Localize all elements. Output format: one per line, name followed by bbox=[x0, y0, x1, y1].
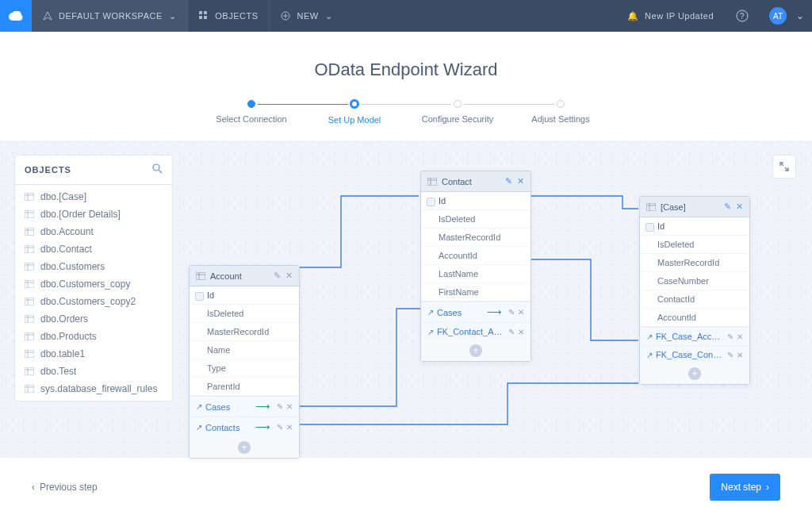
object-item[interactable]: dbo.Products bbox=[15, 328, 172, 345]
help-button[interactable]: ? bbox=[725, 0, 760, 32]
workspace-selector[interactable]: DEFAULT WORKSPACE ⌄ bbox=[32, 0, 187, 32]
entity-field[interactable]: FirstName bbox=[421, 283, 530, 302]
nav-objects[interactable]: OBJECTS bbox=[188, 0, 269, 32]
object-item[interactable]: dbo.Orders bbox=[15, 310, 172, 328]
chevron-down-icon[interactable]: ⌄ bbox=[796, 10, 804, 21]
step-select-connection[interactable]: Select Connection bbox=[200, 100, 303, 125]
step-adjust-settings[interactable]: Adjust Settings bbox=[509, 100, 612, 125]
entity-relation[interactable]: ↗Contacts⟶✎✕ bbox=[190, 417, 299, 437]
close-icon[interactable]: ✕ bbox=[736, 202, 743, 212]
entity-header[interactable]: Account ✎ ✕ bbox=[190, 266, 299, 286]
page-title: OData Endpoint Wizard bbox=[0, 60, 812, 80]
entity-field[interactable]: MasterRecordId bbox=[190, 323, 299, 341]
entity-relation[interactable]: ↗FK_Case_Contac...✎✕ bbox=[640, 345, 749, 363]
notification[interactable]: 🔔 New IP Updated bbox=[616, 0, 725, 32]
close-icon[interactable]: ✕ bbox=[286, 402, 293, 411]
step-set-up-model[interactable]: Set Up Model bbox=[303, 100, 406, 125]
entity-relation[interactable]: ↗FK_Case_Accoun...✎✕ bbox=[640, 327, 749, 345]
close-icon[interactable]: ✕ bbox=[737, 332, 743, 341]
entity-field[interactable]: Type bbox=[190, 359, 299, 378]
close-icon[interactable]: ✕ bbox=[286, 423, 293, 432]
brand-logo[interactable] bbox=[0, 0, 32, 32]
svg-rect-15 bbox=[25, 315, 34, 323]
entity-relation[interactable]: ↗FK_Contact_Acc...✎✕ bbox=[421, 322, 530, 340]
previous-step-link[interactable]: ‹ Previous step bbox=[32, 482, 98, 493]
entity-field[interactable]: ParentId bbox=[190, 378, 299, 396]
entity-field[interactable]: AccountId bbox=[640, 309, 749, 327]
object-item[interactable]: dbo.Test bbox=[15, 363, 172, 380]
svg-rect-14 bbox=[25, 298, 34, 305]
entity-field[interactable]: IsDeleted bbox=[421, 210, 530, 229]
plus-icon: + bbox=[469, 344, 482, 357]
entity-case[interactable]: [Case] ✎ ✕ IdIsDeletedMasterRecordIdCase… bbox=[639, 196, 750, 385]
object-label: sys.database_firewall_rules bbox=[40, 383, 157, 394]
add-relation[interactable]: + bbox=[421, 340, 530, 361]
close-icon[interactable]: ✕ bbox=[518, 328, 524, 336]
entity-field[interactable]: Id bbox=[640, 217, 749, 236]
object-item[interactable]: dbo.Customers_copy bbox=[15, 275, 172, 293]
add-relation[interactable]: + bbox=[190, 437, 299, 458]
object-item[interactable]: dbo.[Order Details] bbox=[15, 205, 172, 223]
expand-button[interactable] bbox=[772, 155, 796, 179]
add-relation[interactable]: + bbox=[640, 363, 749, 384]
edit-icon[interactable]: ✎ bbox=[277, 423, 283, 432]
entity-relation[interactable]: ↗Cases⟶✎✕ bbox=[421, 302, 530, 322]
object-item[interactable]: dbo.Customers bbox=[15, 258, 172, 275]
entity-field[interactable]: IsDeleted bbox=[190, 305, 299, 323]
link-icon: ↗ bbox=[646, 332, 653, 341]
svg-rect-20 bbox=[196, 272, 205, 280]
entity-field[interactable]: Name bbox=[190, 341, 299, 359]
edit-icon[interactable]: ✎ bbox=[727, 351, 733, 359]
entity-field[interactable]: ContactId bbox=[640, 290, 749, 309]
entity-field[interactable]: CaseNumber bbox=[640, 272, 749, 290]
svg-point-7 bbox=[153, 164, 159, 171]
close-icon[interactable]: ✕ bbox=[517, 176, 524, 186]
notification-text: New IP Updated bbox=[645, 11, 714, 21]
entity-field[interactable]: Id bbox=[190, 286, 299, 305]
entity-field[interactable]: IsDeleted bbox=[640, 236, 749, 254]
entity-account[interactable]: Account ✎ ✕ IdIsDeletedMasterRecordIdNam… bbox=[189, 265, 300, 459]
edit-icon[interactable]: ✎ bbox=[508, 308, 515, 317]
edit-icon[interactable]: ✎ bbox=[274, 271, 281, 281]
entity-field[interactable]: MasterRecordId bbox=[421, 229, 530, 247]
search-icon[interactable] bbox=[152, 163, 163, 176]
objects-list: dbo.[Case]dbo.[Order Details]dbo.Account… bbox=[15, 185, 172, 401]
link-icon: ↗ bbox=[427, 328, 434, 336]
object-item[interactable]: dbo.[Case] bbox=[15, 188, 172, 205]
close-icon[interactable]: ✕ bbox=[285, 271, 293, 281]
entity-header[interactable]: Contact ✎ ✕ bbox=[421, 171, 530, 192]
edit-icon[interactable]: ✎ bbox=[727, 332, 733, 341]
entity-field[interactable]: MasterRecordId bbox=[640, 254, 749, 272]
object-item[interactable]: dbo.Customers_copy2 bbox=[15, 293, 172, 310]
object-item[interactable]: dbo.table1 bbox=[15, 345, 172, 363]
object-item[interactable]: sys.database_firewall_rules bbox=[15, 380, 172, 398]
entity-header[interactable]: [Case] ✎ ✕ bbox=[640, 197, 749, 217]
entity-field[interactable]: AccountId bbox=[421, 247, 530, 265]
object-label: dbo.Customers_copy2 bbox=[40, 296, 136, 307]
step-configure-security[interactable]: Configure Security bbox=[406, 100, 509, 125]
object-item[interactable]: dbo.Contact bbox=[15, 240, 172, 258]
object-label: dbo.Orders bbox=[40, 313, 88, 325]
entity-contact[interactable]: Contact ✎ ✕ IdIsDeletedMasterRecordIdAcc… bbox=[420, 171, 531, 362]
svg-rect-1 bbox=[204, 11, 207, 14]
svg-rect-17 bbox=[25, 350, 34, 358]
close-icon[interactable]: ✕ bbox=[737, 351, 743, 359]
next-step-button[interactable]: Next step › bbox=[710, 474, 780, 501]
nav-new[interactable]: NEW ⌄ bbox=[270, 0, 343, 32]
edit-icon[interactable]: ✎ bbox=[277, 402, 283, 411]
avatar[interactable]: AT bbox=[769, 7, 787, 25]
entity-relation[interactable]: ↗Cases⟶✎✕ bbox=[190, 396, 299, 417]
chevron-right-icon: › bbox=[766, 482, 769, 493]
model-canvas[interactable]: OBJECTS dbo.[Case]dbo.[Order Details]dbo… bbox=[0, 140, 812, 458]
top-nav: DEFAULT WORKSPACE ⌄ OBJECTS NEW ⌄ 🔔 New … bbox=[0, 0, 812, 32]
edit-icon[interactable]: ✎ bbox=[505, 176, 512, 186]
object-item[interactable]: dbo.Account bbox=[15, 223, 172, 240]
edit-icon[interactable]: ✎ bbox=[724, 202, 731, 212]
close-icon[interactable]: ✕ bbox=[518, 308, 524, 317]
edit-icon[interactable]: ✎ bbox=[508, 328, 515, 336]
svg-rect-9 bbox=[25, 210, 34, 218]
object-label: dbo.table1 bbox=[40, 348, 85, 359]
entity-field[interactable]: Id bbox=[421, 192, 530, 210]
entity-field[interactable]: LastName bbox=[421, 265, 530, 283]
svg-rect-16 bbox=[25, 332, 34, 340]
